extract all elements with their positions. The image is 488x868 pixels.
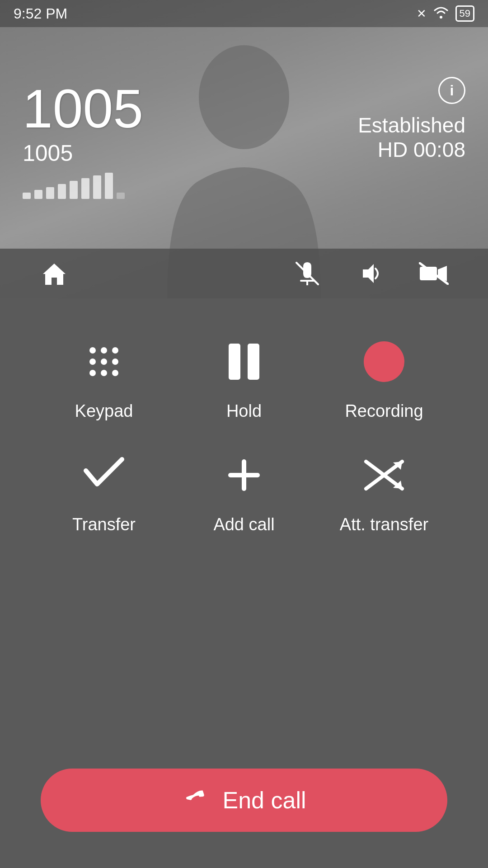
battery-icon: 59: [455, 5, 474, 22]
call-status: Established: [358, 113, 465, 137]
control-panel: Keypad Hold Recording: [0, 298, 488, 868]
call-actions-bar: [0, 249, 488, 298]
att-transfer-button[interactable]: Att. transfer: [321, 448, 447, 534]
svg-point-15: [112, 370, 118, 376]
controls-grid: Keypad Hold Recording: [41, 335, 447, 534]
add-call-button[interactable]: Add call: [181, 448, 307, 534]
transfer-label: Transfer: [72, 515, 136, 534]
hold-button[interactable]: Hold: [181, 335, 307, 421]
svg-point-8: [101, 347, 107, 354]
call-info-right: i Established HD 00:08: [358, 77, 465, 162]
recording-button[interactable]: Recording: [321, 335, 447, 421]
call-header: 1005 1005 i Established HD 00:08: [0, 0, 488, 298]
svg-point-9: [112, 347, 118, 354]
status-time: 9:52 PM: [14, 5, 67, 22]
svg-point-7: [89, 347, 96, 354]
call-quality: HD 00:08: [358, 137, 465, 162]
keypad-label: Keypad: [75, 401, 133, 421]
transfer-button[interactable]: Transfer: [41, 448, 167, 534]
svg-rect-2: [306, 282, 308, 285]
svg-point-11: [101, 359, 107, 365]
video-off-button[interactable]: [416, 255, 452, 292]
sim-icon: ✕: [417, 7, 427, 21]
call-info-left: 1005 1005: [23, 81, 143, 199]
svg-rect-19: [228, 473, 260, 477]
keypad-icon: [77, 335, 131, 389]
svg-point-13: [89, 370, 96, 376]
end-call-button[interactable]: End call: [41, 769, 447, 832]
mute-button[interactable]: [289, 255, 325, 292]
caller-number-large: 1005: [23, 81, 143, 136]
info-button[interactable]: i: [438, 77, 465, 104]
svg-point-0: [199, 45, 289, 149]
svg-point-12: [112, 359, 118, 365]
svg-rect-1: [300, 280, 314, 282]
svg-rect-16: [229, 344, 240, 380]
wifi-icon: [433, 6, 449, 22]
svg-marker-4: [363, 264, 374, 283]
hold-icon: [217, 335, 271, 389]
att-transfer-label: Att. transfer: [340, 515, 428, 534]
status-bar: 9:52 PM ✕ 59: [0, 0, 488, 27]
svg-point-10: [89, 359, 96, 365]
record-icon: [357, 335, 411, 389]
add-call-label: Add call: [213, 515, 274, 534]
keypad-button[interactable]: Keypad: [41, 335, 167, 421]
home-button[interactable]: [36, 255, 72, 292]
add-call-icon: [217, 448, 271, 502]
status-icons: ✕ 59: [417, 5, 474, 22]
end-call-phone-icon: [182, 784, 209, 817]
hold-label: Hold: [226, 401, 262, 421]
caller-number-small: 1005: [23, 140, 143, 166]
recording-label: Recording: [345, 401, 423, 421]
signal-bars: [23, 173, 143, 199]
att-transfer-icon: [357, 448, 411, 502]
transfer-icon: [77, 448, 131, 502]
speaker-button[interactable]: [352, 255, 389, 292]
svg-point-14: [101, 370, 107, 376]
svg-rect-17: [248, 344, 259, 380]
end-call-label: End call: [223, 787, 306, 814]
